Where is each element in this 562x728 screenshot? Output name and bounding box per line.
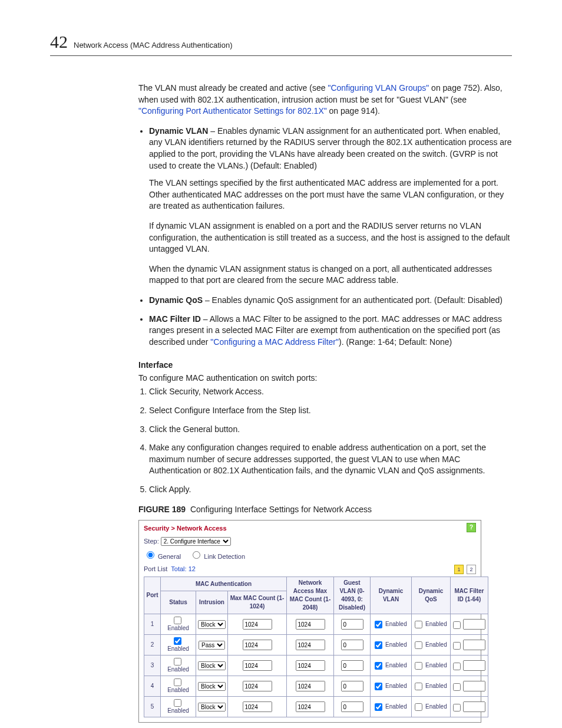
cell-dqos: Enabled (412, 676, 451, 697)
enabled-label: Enabled (385, 662, 407, 668)
term: MAC Filter ID (149, 314, 201, 324)
cell-dvlan: Enabled (371, 614, 412, 635)
status-checkbox[interactable] (174, 637, 181, 645)
status-checkbox[interactable] (174, 617, 181, 624)
dvlan-checkbox[interactable] (375, 703, 382, 711)
intrusion-select[interactable]: Block (198, 661, 226, 670)
link-mac-address-filter[interactable]: "Configuring a MAC Address Filter" (210, 337, 339, 347)
dqos-checkbox[interactable] (415, 662, 422, 670)
dqos-checkbox[interactable] (415, 683, 422, 690)
intrusion-select[interactable]: Block (198, 703, 226, 711)
enabled-label: Enabled (425, 621, 447, 627)
th-guest-vlan: Guest VLAN (0-4093, 0: Disabled) (334, 577, 371, 614)
intrusion-select[interactable]: Block (198, 682, 226, 691)
text: ). (Range: 1-64; Default: None) (339, 337, 452, 347)
guest-input[interactable] (341, 619, 363, 630)
th-dynamic-vlan: Dynamic VLAN (371, 577, 412, 614)
bullet-list: Dynamic VLAN – Enables dynamic VLAN assi… (138, 126, 512, 348)
status-checkbox[interactable] (174, 658, 181, 666)
radio-general-input[interactable] (147, 551, 154, 559)
paragraph: The VLAN settings specified by the first… (149, 177, 512, 212)
filter-checkbox[interactable] (453, 642, 461, 650)
enabled-label: Enabled (385, 703, 407, 710)
enabled-label: Enabled (167, 625, 189, 631)
radio-general[interactable]: General (144, 553, 181, 560)
guest-input[interactable] (341, 701, 363, 712)
guest-input[interactable] (341, 660, 363, 671)
breadcrumb: Security > Network Access (144, 524, 476, 533)
cell-netmac (287, 614, 334, 635)
cell-dqos: Enabled (412, 697, 451, 717)
link-configuring-vlan-groups[interactable]: "Configuring VLAN Groups" (328, 83, 429, 93)
radio-link-label: Link Detection (204, 553, 245, 560)
maxmac-input[interactable] (243, 640, 272, 650)
filter-input[interactable] (463, 640, 485, 650)
bullet-dynamic-vlan: Dynamic VLAN – Enables dynamic VLAN assi… (149, 126, 512, 286)
heading-interface: Interface (138, 360, 512, 371)
status-checkbox[interactable] (174, 678, 181, 686)
intrusion-select[interactable]: Pass (199, 641, 225, 650)
filter-input[interactable] (463, 701, 485, 712)
port-table: Port MAC Authentication Network Access M… (144, 577, 488, 717)
enabled-label: Enabled (167, 666, 189, 673)
netmac-input[interactable] (296, 619, 325, 630)
cell-guest (334, 635, 371, 655)
netmac-input[interactable] (296, 640, 325, 650)
cell-filter (451, 635, 488, 655)
cell-maxmac (228, 635, 287, 655)
filter-checkbox[interactable] (453, 663, 461, 670)
netmac-input[interactable] (296, 660, 325, 671)
maxmac-input[interactable] (243, 619, 272, 630)
netmac-input[interactable] (296, 701, 325, 712)
step-select[interactable]: 2. Configure Interface (161, 537, 231, 546)
cell-port: 5 (144, 697, 161, 717)
dvlan-checkbox[interactable] (375, 683, 382, 690)
help-icon[interactable]: ? (467, 523, 476, 532)
cell-port: 4 (144, 676, 161, 697)
pager-page-2[interactable]: 2 (467, 565, 476, 574)
term: Dynamic QoS (149, 295, 203, 305)
radio-link-input[interactable] (193, 551, 200, 559)
enabled-label: Enabled (167, 645, 189, 652)
dqos-checkbox[interactable] (415, 621, 422, 628)
term: Dynamic VLAN (149, 126, 208, 136)
guest-input[interactable] (341, 640, 363, 650)
cell-intrusion: Block (196, 655, 228, 676)
bullet-dynamic-qos: Dynamic QoS – Enables dynamic QoS assign… (149, 295, 512, 307)
dvlan-checkbox[interactable] (375, 641, 382, 649)
filter-input[interactable] (463, 681, 485, 691)
figure-screenshot: ? Security > Network Access Step: 2. Con… (138, 520, 481, 723)
filter-checkbox[interactable] (453, 704, 461, 711)
maxmac-input[interactable] (243, 660, 272, 671)
guest-input[interactable] (341, 681, 363, 691)
th-mac-auth: MAC Authentication (161, 577, 287, 591)
pager-page-1[interactable]: 1 (454, 565, 464, 574)
step-list: Click Security, Network Access. Select C… (138, 386, 512, 495)
dqos-checkbox[interactable] (415, 703, 422, 711)
th-port: Port (144, 577, 161, 614)
enabled-label: Enabled (385, 621, 407, 627)
status-checkbox[interactable] (174, 699, 181, 707)
maxmac-input[interactable] (243, 681, 272, 691)
step-1: Click Security, Network Access. (149, 386, 512, 398)
filter-checkbox[interactable] (453, 621, 461, 629)
paragraph: If dynamic VLAN assignment is enabled on… (149, 220, 512, 255)
text: – Enables dynamic QoS assignment for an … (203, 295, 503, 305)
filter-input[interactable] (463, 619, 485, 630)
enabled-label: Enabled (425, 703, 447, 710)
cell-netmac (287, 697, 334, 717)
link-configuring-port-auth[interactable]: "Configuring Port Authenticator Settings… (138, 106, 327, 116)
filter-input[interactable] (463, 660, 485, 671)
cell-status: Enabled (161, 614, 196, 635)
intrusion-select[interactable]: Block (198, 620, 226, 629)
enabled-label: Enabled (385, 683, 407, 689)
maxmac-input[interactable] (243, 701, 272, 712)
cell-netmac (287, 676, 334, 697)
dvlan-checkbox[interactable] (375, 621, 382, 628)
dvlan-checkbox[interactable] (375, 662, 382, 670)
text: The VLAN must already be created and act… (138, 83, 328, 93)
radio-link-detection[interactable]: Link Detection (190, 553, 245, 560)
netmac-input[interactable] (296, 681, 325, 691)
dqos-checkbox[interactable] (415, 641, 422, 649)
filter-checkbox[interactable] (453, 683, 461, 691)
